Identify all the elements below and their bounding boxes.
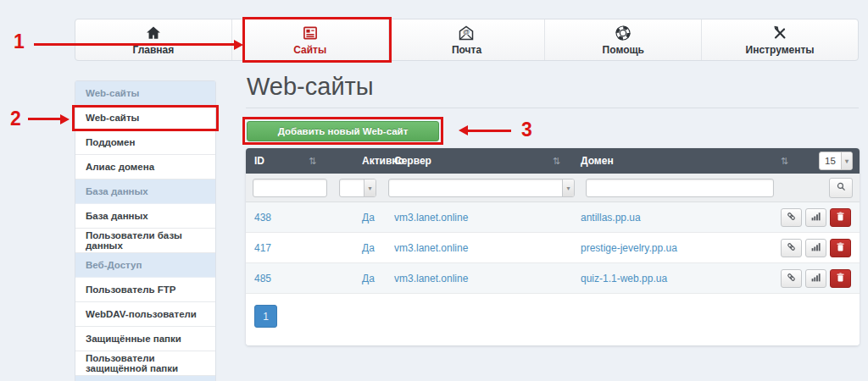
link-icon bbox=[786, 241, 797, 255]
sites-icon bbox=[301, 25, 320, 41]
bar-chart-icon bbox=[810, 211, 821, 224]
sidebar-section-partial bbox=[75, 376, 215, 381]
page-title: Web-сайты bbox=[247, 73, 374, 101]
table-footer: 1 bbox=[246, 294, 860, 345]
tab-help[interactable]: Помощь bbox=[545, 19, 702, 60]
link-button[interactable] bbox=[781, 208, 802, 227]
annotation-arrow-2 bbox=[28, 118, 62, 120]
sort-icon[interactable]: ⇅ bbox=[553, 156, 560, 167]
sort-icon[interactable]: ⇅ bbox=[781, 156, 788, 167]
filter-active-select[interactable]: ▾ bbox=[339, 179, 376, 197]
row-id-link[interactable]: 438 bbox=[254, 212, 271, 224]
sidebar-item-domain-alias[interactable]: Алиас домена bbox=[75, 155, 215, 179]
home-icon bbox=[144, 25, 163, 41]
top-navigation: Главная Сайты @ Почта bbox=[75, 19, 859, 61]
sidebar: Web-сайты Web-сайты Поддомен Алиас домен… bbox=[75, 80, 216, 381]
chevron-down-icon: ▾ bbox=[841, 152, 852, 169]
column-header-domain[interactable]: Домен ⇅ bbox=[572, 155, 819, 167]
row-domain-link[interactable]: prestige-jevelry.pp.ua bbox=[581, 242, 677, 254]
sidebar-item-subdomain[interactable]: Поддомен bbox=[75, 130, 215, 155]
tab-help-label: Помощь bbox=[603, 44, 644, 56]
row-active-link[interactable]: Да bbox=[362, 273, 375, 284]
table-row: 417 Да vm3.lanet.online prestige-jevelry… bbox=[246, 233, 860, 263]
tab-sites-label: Сайты bbox=[293, 44, 326, 56]
chevron-down-icon: ▾ bbox=[364, 179, 376, 196]
row-server-link[interactable]: vm3.lanet.online bbox=[394, 273, 468, 284]
sidebar-item-protected-folder-users[interactable]: Пользователи защищённой папки bbox=[75, 351, 215, 376]
sidebar-item-websites[interactable]: Web-сайты bbox=[75, 106, 215, 130]
stats-button[interactable] bbox=[805, 269, 826, 288]
table-row: 438 Да vm3.lanet.online antillas.pp.ua bbox=[246, 202, 860, 233]
annotation-arrowhead-3 bbox=[459, 125, 468, 135]
annotation-label-2: 2 bbox=[10, 108, 21, 130]
tab-home[interactable]: Главная bbox=[75, 19, 232, 60]
tab-home-label: Главная bbox=[132, 44, 174, 56]
tab-tools[interactable]: Инструменты bbox=[702, 19, 858, 60]
link-button[interactable] bbox=[781, 269, 802, 288]
tab-mail-label: Почта bbox=[452, 44, 481, 56]
bar-chart-icon bbox=[810, 241, 821, 255]
pagination-page-1-button[interactable]: 1 bbox=[254, 305, 277, 328]
link-icon bbox=[786, 272, 797, 285]
page-size-select[interactable]: 15 ▾ bbox=[819, 152, 853, 170]
sidebar-section-database: База данных bbox=[75, 179, 215, 204]
row-active-link[interactable]: Да bbox=[362, 242, 375, 254]
row-id-link[interactable]: 485 bbox=[254, 273, 271, 284]
bar-chart-icon bbox=[810, 272, 821, 285]
search-icon bbox=[836, 180, 847, 196]
row-domain-link[interactable]: antillas.pp.ua bbox=[581, 212, 641, 224]
annotation-label-1: 1 bbox=[14, 30, 25, 53]
sidebar-item-database-users[interactable]: Пользователи базы данных bbox=[75, 229, 215, 253]
tools-icon bbox=[771, 25, 789, 41]
row-active-link[interactable]: Да bbox=[362, 212, 375, 224]
help-icon bbox=[614, 25, 632, 41]
row-id-link[interactable]: 417 bbox=[254, 242, 271, 254]
add-website-button[interactable]: Добавить новый Web-сайт bbox=[247, 121, 439, 141]
chevron-down-icon: ▾ bbox=[562, 179, 574, 196]
column-header-id[interactable]: ID ⇅ bbox=[246, 155, 353, 167]
annotation-label-3: 3 bbox=[521, 119, 532, 141]
sidebar-item-ftp-user[interactable]: Пользователь FTP bbox=[75, 278, 215, 302]
svg-text:@: @ bbox=[463, 28, 470, 36]
link-icon bbox=[786, 211, 797, 224]
trash-icon bbox=[835, 241, 846, 255]
filter-id-input[interactable] bbox=[253, 179, 327, 197]
annotation-arrowhead-2 bbox=[60, 114, 70, 124]
link-button[interactable] bbox=[781, 239, 802, 257]
filter-domain-input[interactable] bbox=[586, 179, 774, 197]
search-button[interactable] bbox=[829, 178, 853, 198]
table-row: 485 Да vm3.lanet.online quiz-1.1-web.pp.… bbox=[246, 263, 860, 294]
sort-icon[interactable]: ⇅ bbox=[309, 156, 316, 167]
sidebar-item-protected-folders[interactable]: Защищённые папки bbox=[75, 327, 215, 351]
delete-button[interactable] bbox=[830, 269, 851, 288]
sidebar-item-database[interactable]: База данных bbox=[75, 204, 215, 229]
filter-server-select[interactable]: ▾ bbox=[388, 179, 575, 197]
table-filter-row: ▾ ▾ bbox=[246, 174, 860, 202]
column-header-active[interactable]: Активно bbox=[353, 155, 386, 167]
title-divider bbox=[246, 108, 859, 108]
annotation-arrow-3 bbox=[467, 130, 511, 132]
stats-button[interactable] bbox=[805, 208, 826, 227]
sidebar-section-websites: Web-сайты bbox=[75, 81, 215, 106]
tab-sites[interactable]: Сайты bbox=[232, 19, 389, 60]
delete-button[interactable] bbox=[830, 208, 851, 227]
column-header-server[interactable]: Сервер ⇅ bbox=[386, 155, 572, 167]
trash-icon bbox=[835, 272, 846, 285]
stats-button[interactable] bbox=[805, 239, 826, 257]
sidebar-section-web-access: Веб-Доступ bbox=[75, 253, 215, 278]
row-domain-link[interactable]: quiz-1.1-web.pp.ua bbox=[581, 273, 667, 284]
trash-icon bbox=[835, 211, 846, 224]
row-server-link[interactable]: vm3.lanet.online bbox=[394, 212, 468, 224]
delete-button[interactable] bbox=[830, 239, 851, 257]
table-header-row: ID ⇅ Активно Сервер ⇅ Домен ⇅ 15 ▾ bbox=[246, 148, 860, 174]
websites-table: ID ⇅ Активно Сервер ⇅ Домен ⇅ 15 ▾ ▾ ▾ bbox=[246, 148, 860, 345]
row-server-link[interactable]: vm3.lanet.online bbox=[394, 242, 468, 254]
tab-mail[interactable]: @ Почта bbox=[389, 19, 546, 60]
mail-icon: @ bbox=[457, 25, 476, 41]
tab-tools-label: Инструменты bbox=[746, 44, 815, 56]
sidebar-item-webdav-users[interactable]: WebDAV-пользователи bbox=[75, 302, 215, 327]
